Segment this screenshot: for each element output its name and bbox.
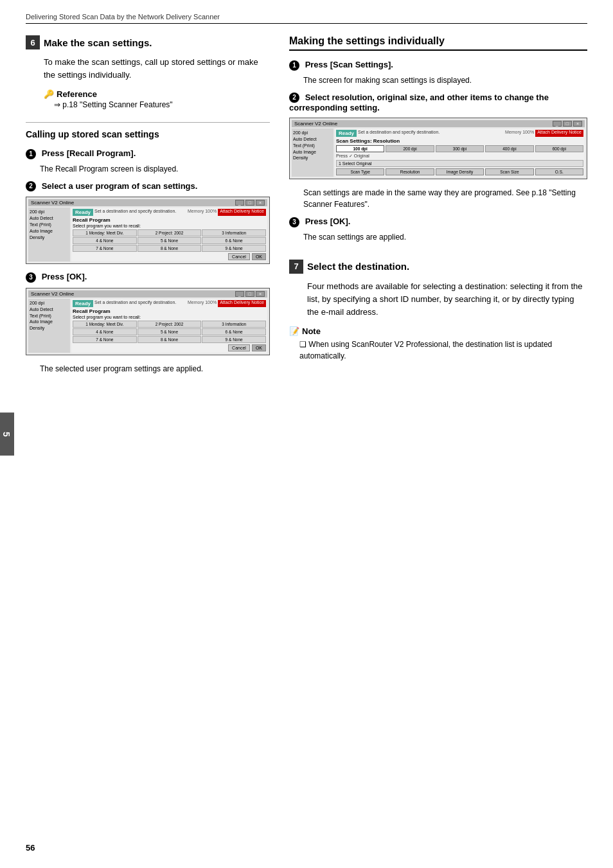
scan-size-btn[interactable]: Scan Size [485,168,533,175]
res-300[interactable]: 300 dpi [436,145,484,152]
scanner-win-btn-9: × [573,121,582,127]
grid-cell-1[interactable]: 1 Monday: Meet Div. [73,229,137,236]
making-step3-num: 3 [289,217,299,227]
calling-step3-heading: 3 Press [OK]. [26,272,270,283]
grid-cell-4[interactable]: 4 & None [73,237,137,244]
res-400[interactable]: 400 dpi [485,145,533,152]
scanner-title-label-1: Scanner V2 Online [31,200,74,206]
res-200[interactable]: 200 dpi [386,145,434,152]
scanner-title-label-2: Scanner V2 Online [31,291,74,297]
recall-program-label-2: Recall Program [73,308,266,314]
scanner-auto-detect: Auto Detect [30,215,69,222]
grid-cell-5[interactable]: 5 & None [138,237,202,244]
grid-cell-2[interactable]: 2 Project: 2002 [138,229,202,236]
note-title: 📝 Note [289,326,587,336]
reference-content: ⇒ p.18 "Setting Scanner Features" [54,99,270,111]
resolution-row: 100 dpi 200 dpi 300 dpi 400 dpi 600 dpi [336,145,583,152]
grid2-cell-6[interactable]: 6 & None [202,328,266,335]
scanner-window-btn-1: _ [235,200,244,206]
scanner-ui-1: Scanner V2 Online _ □ × 200 dpi Auto Det… [26,197,270,264]
scanner-dpi-2: 200 dpi [30,300,69,306]
scanner-ui-3: Scanner V2 Online _ □ × 200 dpi Auto Det… [289,118,587,179]
grid-cell-8[interactable]: 8 & None [138,245,202,252]
scanner-subtitle-1: Set a destination and specify destinatio… [94,209,186,216]
scanner-footer-1: Cancel OK [73,253,266,260]
grid2-cell-2[interactable]: 2 Project: 2002 [138,321,202,328]
scanner-status-bar-2: Ready Set a destination and specify dest… [73,300,266,307]
scanner-left-3: 200 dpi Auto Detect Text (Print) Auto Im… [292,128,333,177]
scanner-win-btn-7: _ [553,121,562,127]
grid2-cell-5[interactable]: 5 & None [138,328,202,335]
scanner-auto-image-3: Auto Image Density [293,149,332,162]
scanner-status-bar-3: Ready Set a destination and specify dest… [336,130,583,137]
scanner-auto-image: Auto Image Density [30,228,69,241]
scanner-attention-3: Attach Delivery Notice [535,130,583,137]
os-btn[interactable]: O.S. [535,168,583,175]
select-label-2: Select program you want to recall: [73,315,266,319]
making-step1-num: 1 [289,60,299,71]
making-step3-label: Press [OK]. [305,217,351,226]
right-column: Making the settings individually 1 Press… [289,35,587,381]
grid2-cell-7[interactable]: 7 & None [73,336,137,343]
grid-cell-3[interactable]: 3 Information [202,229,266,236]
res-100[interactable]: 100 dpi [336,145,384,152]
scanner-auto-detect-2: Auto Detect [30,306,69,313]
grid-cell-7[interactable]: 7 & None [73,245,137,252]
scanner-memory-2: Memory 100% [188,300,217,307]
grid2-cell-1[interactable]: 1 Monday: Meet Div. [73,321,137,328]
scanner-title-bar-1: Scanner V2 Online _ □ × [28,199,267,206]
scanner-ok-2[interactable]: OK [252,344,266,351]
calling-step2-num: 2 [26,181,36,191]
reference-label: Reference [57,89,97,99]
scanner-body-1: 200 dpi Auto Detect Text (Print) Auto Im… [28,208,267,261]
chapter-tab: 5 [0,412,14,456]
scan-type-btn[interactable]: Scan Type [336,168,384,175]
calling-step2-label: Select a user program of scan settings. [42,181,198,191]
step6-heading: 6 Make the scan settings. [26,35,270,49]
scanner-cancel-2[interactable]: Cancel [228,344,250,351]
scanner-memory-1: Memory 100% [188,209,217,216]
resolution-btn[interactable]: Resolution [386,168,434,175]
scanner-subtitle-2: Set a destination and specify destinatio… [94,300,186,307]
grid-cell-6[interactable]: 6 & None [202,237,266,244]
grid2-cell-8[interactable]: 8 & None [138,336,202,343]
image-density-btn[interactable]: Image Density [436,168,484,175]
res-600[interactable]: 600 dpi [535,145,583,152]
scanner-auto-image-2: Auto Image Density [30,319,69,332]
grid-cell-9[interactable]: 9 & None [202,245,266,252]
grid2-cell-9[interactable]: 9 & None [202,336,266,343]
scanner-cancel-1[interactable]: Cancel [228,253,250,260]
calling-step1-label: Press [Recall Program]. [42,148,136,158]
scanner-attention-2: Attach Delivery Notice [218,300,266,307]
scanner-subtitle-3: Set a destination and specify destinatio… [358,130,504,137]
scanner-right-2: Ready Set a destination and specify dest… [71,299,267,353]
making-step2-heading: 2 Select resolution, original size, and … [289,93,587,113]
scanner-ok-1[interactable]: OK [252,253,266,260]
making-step1-heading: 1 Press [Scan Settings]. [289,60,587,71]
select-original-label: 1 Select Original [336,160,583,167]
scanner-bottom-row: Scan Type Resolution Image Density Scan … [336,168,583,175]
grid2-cell-3[interactable]: 3 Information [202,321,266,328]
scanner-right-3: Ready Set a destination and specify dest… [335,128,585,177]
grid2-cell-4[interactable]: 4 & None [73,328,137,335]
scanner-memory-3: Memory 100% [505,130,534,137]
note-icon: 📝 [289,326,299,336]
scanner-right-1: Ready Set a destination and specify dest… [71,208,267,261]
step7-heading: 7 Select the destination. [289,260,587,274]
calling-step1-num: 1 [26,149,36,159]
key-icon: 🔑 [44,89,54,99]
scanner-ready-3: Ready [336,130,357,137]
making-step1-label: Press [Scan Settings]. [305,60,393,69]
scan-settings-label: Scan Settings: Resolution [336,138,583,144]
press-original-label: Press ✓ Original [336,154,583,159]
calling-section-title: Calling up stored scan settings [26,129,270,141]
calling-step3-body: The selected user program settings are a… [40,363,270,375]
scanner-win-btn-8: □ [563,121,572,127]
scanner-ui-2: Scanner V2 Online _ □ × 200 dpi Auto Det… [26,288,270,355]
scanner-window-btn-2: □ [245,200,254,206]
page-header: Delivering Stored Scan Data by the Netwo… [26,13,587,24]
scanner-grid-1: 1 Monday: Meet Div. 2 Project: 2002 3 In… [73,229,266,252]
calling-step2-heading: 2 Select a user program of scan settings… [26,181,270,192]
scanner-text-print: Text (Print) [30,222,69,228]
scanner-body-3: 200 dpi Auto Detect Text (Print) Auto Im… [292,128,585,177]
